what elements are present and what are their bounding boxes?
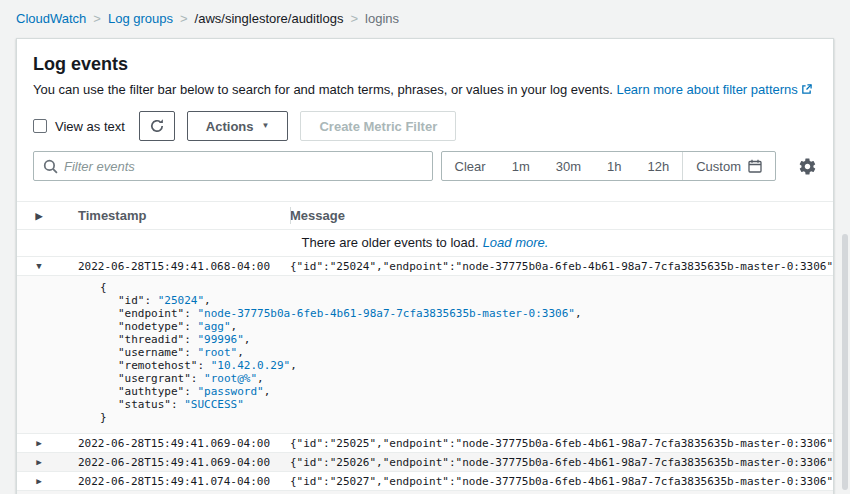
event-timestamp: 2022-06-28T15:49:41.069-04:00 <box>61 437 290 450</box>
view-as-text-control[interactable]: View as text <box>33 119 125 134</box>
calendar-icon <box>748 159 762 173</box>
breadcrumb: CloudWatch>Log groups>/aws/singlestore/a… <box>0 0 850 38</box>
range-1h-button[interactable]: 1h <box>594 152 634 180</box>
log-events-table: ▶ Timestamp Message There are older even… <box>17 201 833 494</box>
filter-events-input[interactable] <box>64 152 432 180</box>
filter-bar: Clear 1m 30m 1h 12h Custom <box>33 151 817 181</box>
json-field-nodetype: "nodetype": "agg", <box>100 320 833 333</box>
page-title: Log events <box>33 53 817 75</box>
json-field-authtype: "authtype": "password", <box>100 385 833 398</box>
toolbar: View as text Actions▼ Create Metric Filt… <box>33 111 817 141</box>
range-30m-button[interactable]: 30m <box>543 152 594 180</box>
breadcrumb-separator: > <box>180 11 188 26</box>
table-header-row: ▶ Timestamp Message <box>17 202 833 230</box>
breadcrumb-separator: > <box>93 11 101 26</box>
page-scrollbar[interactable] <box>842 234 848 490</box>
learn-more-link[interactable]: Learn more about filter patterns <box>616 82 811 97</box>
breadcrumb-item-log-groups[interactable]: Log groups <box>108 11 173 26</box>
event-timestamp: 2022-06-28T15:49:41.068-04:00 <box>61 260 290 273</box>
refresh-icon <box>149 118 165 134</box>
time-range-group: Clear 1m 30m 1h 12h Custom <box>441 151 776 181</box>
log-event-row[interactable]: ▶2022-06-28T15:49:41.074-04:00{"id":"250… <box>17 472 833 491</box>
column-divider <box>290 207 291 224</box>
view-as-text-checkbox[interactable] <box>33 119 47 133</box>
json-field-status: "status": "SUCCESS" <box>100 398 833 411</box>
breadcrumb-item-logins: logins <box>365 11 399 26</box>
json-field-endpoint: "endpoint": "node-37775b0a-6feb-4b61-98a… <box>100 307 833 320</box>
breadcrumb-item-cloudwatch[interactable]: CloudWatch <box>16 11 86 26</box>
description-text: You can use the filter bar below to sear… <box>33 82 613 97</box>
custom-range-button[interactable]: Custom <box>682 152 775 180</box>
event-message: {"id":"25026","endpoint":"node-37775b0a-… <box>290 456 833 469</box>
log-event-row[interactable]: ▶2022-06-28T15:49:41.069-04:00{"id":"250… <box>17 453 833 472</box>
event-message: {"id":"25027","endpoint":"node-37775b0a-… <box>290 475 833 488</box>
expand-row-arrow[interactable]: ▶ <box>17 438 61 448</box>
chevron-down-icon: ▼ <box>262 122 270 130</box>
older-events-text: There are older events to load. <box>302 235 479 250</box>
json-field-usergrant: "usergrant": "root@%", <box>100 372 833 385</box>
event-timestamp: 2022-06-28T15:49:41.074-04:00 <box>61 475 290 488</box>
event-message: {"id":"25024","endpoint":"node-37775b0a-… <box>290 260 833 273</box>
log-event-row[interactable]: ▼2022-06-28T15:49:41.068-04:00{"id":"250… <box>17 257 833 276</box>
page-description: You can use the filter bar below to sear… <box>33 81 817 99</box>
refresh-button[interactable] <box>139 111 175 141</box>
collapse-row-arrow[interactable]: ▼ <box>17 261 61 271</box>
breadcrumb-separator: > <box>350 11 358 26</box>
expand-all-arrow[interactable]: ▶ <box>17 211 61 221</box>
event-message: {"id":"25025","endpoint":"node-37775b0a-… <box>290 437 833 450</box>
actions-button[interactable]: Actions▼ <box>187 111 289 141</box>
filter-events-box[interactable] <box>33 151 433 181</box>
breadcrumb-item--aws-singlestore-auditlogs: /aws/singlestore/auditlogs <box>195 11 344 26</box>
log-table-body: ▼2022-06-28T15:49:41.068-04:00{"id":"250… <box>17 257 833 494</box>
event-timestamp: 2022-06-28T15:49:41.069-04:00 <box>61 456 290 469</box>
log-event-row[interactable]: ▶2022-06-28T15:49:41.069-04:00{"id":"250… <box>17 434 833 453</box>
view-as-text-label: View as text <box>55 119 125 134</box>
clear-button[interactable]: Clear <box>442 152 499 180</box>
range-12h-button[interactable]: 12h <box>635 152 683 180</box>
external-link-icon <box>801 84 812 95</box>
expanded-event-json: {"id": "25024","endpoint": "node-37775b0… <box>17 276 833 434</box>
json-field-remotehost: "remotehost": "10.42.0.29", <box>100 359 833 372</box>
load-more-link[interactable]: Load more. <box>483 235 549 250</box>
create-metric-filter-button[interactable]: Create Metric Filter <box>300 111 456 141</box>
settings-gear-icon[interactable] <box>798 157 817 176</box>
json-field-username: "username": "root", <box>100 346 833 359</box>
json-field-id: "id": "25024", <box>100 294 833 307</box>
search-icon <box>43 159 58 174</box>
expand-row-arrow[interactable]: ▶ <box>17 457 61 467</box>
column-header-timestamp[interactable]: Timestamp <box>61 208 290 223</box>
range-1m-button[interactable]: 1m <box>499 152 543 180</box>
json-field-threadid: "threadid": "99996", <box>100 333 833 346</box>
older-events-row: There are older events to load.Load more… <box>17 230 833 257</box>
column-header-message[interactable]: Message <box>290 208 833 223</box>
expand-row-arrow[interactable]: ▶ <box>17 476 61 486</box>
log-events-card: Log events You can use the filter bar be… <box>16 38 834 494</box>
